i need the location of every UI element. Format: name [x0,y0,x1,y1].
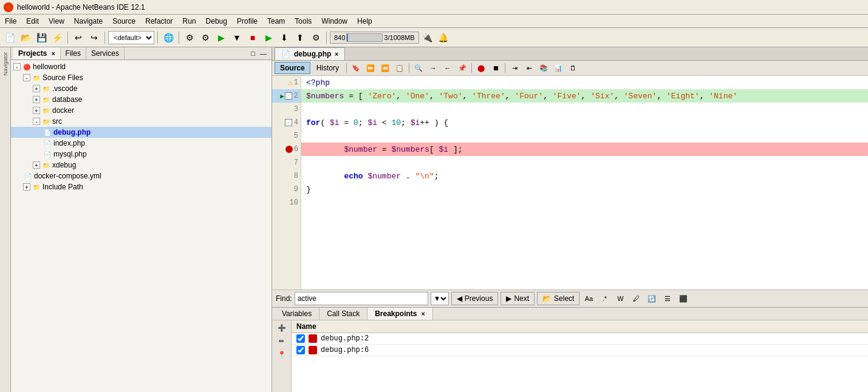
menu-item-source[interactable]: Source [108,16,140,26]
redo-btn[interactable]: ↪ [87,30,101,45]
show-bookmarks-btn[interactable]: 📋 [393,62,406,74]
tab-history[interactable]: History [312,63,344,73]
tab-source[interactable]: Source [275,62,310,74]
find-next-btn[interactable]: ▶ Next [501,292,535,305]
bp-goto-btn[interactable]: 📍 [275,348,289,360]
left-panel-maximize[interactable]: □ [248,50,258,57]
code-lines[interactable]: <?php $numbers = [ 'Zero' , 'One' , 'Two… [301,76,868,289]
plugins-btn[interactable]: 🔌 [420,30,435,45]
expand-helloworld[interactable]: - [13,63,21,70]
debug3-btn[interactable]: ⬆ [293,30,307,45]
editor-tab-close[interactable]: × [335,51,338,58]
menu-item-profile[interactable]: Profile [232,16,262,26]
run-config-btn[interactable]: ▼ [230,30,244,45]
menu-item-refactor[interactable]: Refactor [140,16,177,26]
debug-btn[interactable]: ▶ [261,30,276,45]
bp-delete-btn[interactable]: ✏ [275,335,289,347]
debug2-btn[interactable]: ⬇ [277,30,292,45]
tree-item-source-files[interactable]: - 📁 Source Files [11,72,272,83]
stop-btn[interactable]: ■ [245,30,260,45]
tab-projects-close[interactable]: × [52,50,55,57]
menu-item-tools[interactable]: Tools [290,16,316,26]
expand-database[interactable]: + [33,96,40,103]
tree-item-docker[interactable]: + 📁 docker [11,105,272,116]
open-project-btn[interactable]: 📂 [18,30,33,45]
tab-breakpoints-close[interactable]: × [422,311,425,317]
editor-tab-debug-php[interactable]: 📄 debug.php × [275,47,345,60]
menu-item-edit[interactable]: Edit [21,16,44,26]
debug-step-btn[interactable]: ⚙ [182,30,197,45]
find-list-btn[interactable]: ☰ [661,292,674,305]
tab-services[interactable]: Services [86,47,125,59]
project-select[interactable]: <default> [108,31,154,44]
browser-btn[interactable]: 🌐 [161,30,176,45]
tree-item-index-php[interactable]: 📄 index.php [11,138,272,149]
find-wrap-btn[interactable]: 🔃 [645,292,658,305]
menu-item-file[interactable]: File [0,16,21,26]
run-btn[interactable]: ▶ [214,30,228,45]
tree-item-src[interactable]: - 📁 src [11,116,272,127]
tree-item-xdebug[interactable]: + 📁 xdebug [11,160,272,171]
menu-item-help[interactable]: Help [352,16,377,26]
new-project-btn[interactable]: 📄 [2,30,17,45]
expand-vscode[interactable]: + [33,85,40,92]
undo-btn[interactable]: ↩ [71,30,86,45]
tree-item-vscode[interactable]: + 📁 .vscode [11,83,272,94]
tab-files[interactable]: Files [61,47,86,59]
bp-add-btn[interactable]: ➕ [275,322,289,334]
findprev-btn[interactable]: ← [441,62,454,74]
expand-source-files[interactable]: - [23,74,30,81]
fold-btn-4[interactable]: - [285,119,292,126]
menu-item-window[interactable]: Window [316,16,352,26]
tab-breakpoints[interactable]: Breakpoints × [367,308,433,320]
menu-item-run[interactable]: Run [178,16,201,26]
find-expand-btn[interactable]: ⬛ [677,292,690,305]
find-previous-btn[interactable]: ◀ Previous [451,292,499,305]
diff-btn[interactable]: 🗒 [566,62,579,74]
tab-projects[interactable]: Projects × [13,47,61,59]
findnext-btn[interactable]: → [426,62,440,74]
expand-docker[interactable]: + [33,107,40,114]
notifications-btn[interactable]: 🔔 [436,30,451,45]
tree-item-debug-php[interactable]: 📄 debug.php [11,127,272,138]
menu-item-team[interactable]: Team [262,16,290,26]
find-regex-btn[interactable]: .* [598,292,611,305]
tree-item-mysql-php[interactable]: 📄 mysql.php [11,149,272,160]
tree-item-helloworld[interactable]: - 🔴 helloworld [11,61,272,72]
tree-item-database[interactable]: + 📁 database [11,94,272,105]
toggle-breakpoint-btn[interactable]: ⬤ [474,62,488,74]
debug-step2-btn[interactable]: ⚙ [198,30,213,45]
find-select-btn[interactable]: 📂 Select [537,292,579,305]
find-sel-btn[interactable]: 📌 [456,62,469,74]
indent-btn[interactable]: ⇥ [508,62,521,74]
expand-src[interactable]: - [33,118,40,125]
find-match-case-btn[interactable]: Aa [582,292,595,305]
memory-indicator[interactable]: 840 3/1008MB [330,32,419,44]
bp-1-checkbox[interactable] [296,334,305,343]
save-btn[interactable]: 💾 [34,30,49,45]
tasks-btn[interactable]: 📊 [552,62,565,74]
menu-item-debug[interactable]: Debug [201,16,232,26]
next-bookmark-btn[interactable]: ⏩ [364,62,377,74]
tree-item-include-path[interactable]: + 📁 Include Path [11,181,272,192]
profile-btn[interactable]: ⚙ [309,30,323,45]
tree-item-docker-compose[interactable]: 📄 docker-compose.yml [11,171,272,181]
tab-variables[interactable]: Variables [275,308,320,320]
find-input[interactable] [295,292,428,305]
find-whole-word-btn[interactable]: W [613,292,627,305]
bp-2-checkbox[interactable] [296,346,305,354]
expand-xdebug[interactable]: + [33,161,40,169]
find-options-select[interactable]: ▼ [431,292,449,305]
tab-callstack[interactable]: Call Stack [320,308,367,320]
history-btn[interactable]: 📚 [537,62,550,74]
stop-all-btn[interactable]: ⏹ [489,62,502,74]
expand-include-path[interactable]: + [23,183,30,191]
save-all-btn[interactable]: ⚡ [50,30,64,45]
fold-btn-2[interactable]: - [285,92,292,100]
left-panel-minimize[interactable]: — [258,50,269,57]
menu-item-view[interactable]: View [44,16,69,26]
menu-item-navigate[interactable]: Navigate [69,16,108,26]
prev-bookmark-btn[interactable]: ⏪ [378,62,392,74]
toggle-bookmark-btn[interactable]: 🔖 [349,62,363,74]
outdent-btn[interactable]: ⇤ [522,62,536,74]
